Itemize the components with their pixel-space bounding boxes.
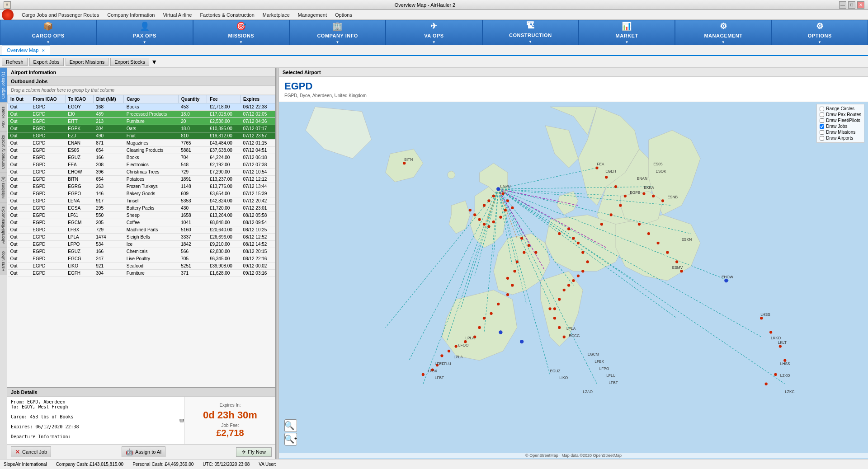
sidetab-parts-shop[interactable]: Parts Shop [0,247,7,275]
table-row[interactable]: OutEGPDFEA208Electronics548£2,192.0007/1… [8,161,275,169]
svg-point-92 [656,242,659,244]
menu-company-info[interactable]: Company Information [104,11,158,19]
nav-pax-ops[interactable]: 👤 PAX OPS ▼ [96,20,193,45]
col-to-icao[interactable]: To ICAO [65,95,93,103]
table-row[interactable]: OutEGPDLENA917Tinsel5353£42,824.0007/12 … [8,197,275,205]
menu-marketplace[interactable]: Marketplace [259,11,293,19]
cell-dist: 205 [93,219,124,226]
export-jobs-button[interactable]: Export Jobs [29,58,64,66]
draw-fleet-pilots-checkbox[interactable] [820,118,824,123]
job-details-textarea[interactable] [7,397,184,444]
assign-ai-button[interactable]: 🤖 Assign to AI [122,446,165,457]
nav-options[interactable]: ⚙ OPTIONS ▼ [772,20,868,45]
sidetab-aircraft-pilots[interactable]: Aircraft/Pilots/Stocks [0,202,7,248]
table-row[interactable]: OutEGPDBITN654Potatoes1891£13,237.0007/1… [8,176,275,183]
nav-company-info[interactable]: 🏢 COMPANY INFO ▼ [289,20,386,45]
table-row[interactable]: OutEGPDEZJ490Fruit810£19,812.0007/12 23:… [8,132,275,140]
nav-market[interactable]: 📊 MARKET ▼ [579,20,675,45]
table-row[interactable]: OutEGPDEITT213Furniture20£2,538.0007/12 … [8,118,275,125]
nav-management[interactable]: ⚙ MANAGEMENT ▼ [675,20,771,45]
map-svg: EGPD FEA EGEH EGPB ESNB ESKN ESMV EKKA E… [279,102,868,459]
col-inout[interactable]: In Out [8,95,30,103]
sidetab-missions[interactable]: Missions (4) [0,173,7,202]
nav-cargo-ops[interactable]: 📦 CARGO OPS ▼ [0,20,96,45]
menu-cargo-jobs[interactable]: Cargo Jobs and Passenger Routes [18,11,103,19]
col-fee[interactable]: Fee [207,95,241,103]
export-missions-button[interactable]: Export Missions [66,58,109,66]
cell-qty: 1658 [178,212,207,219]
table-row[interactable]: OutEGPDEGSA295Battery Packs430£1,720.000… [8,205,275,212]
draw-jobs-checkbox[interactable] [820,124,824,129]
table-row[interactable]: OutEGPDLPLA1474Sleigh Bells3337£26,696.0… [8,234,275,241]
col-cargo[interactable]: Cargo [124,95,178,103]
table-row[interactable]: OutEGPDLIKO921Seafood5251£39,908.0009/12… [8,263,275,270]
cell-fee: £9,210.00 [207,241,241,248]
menu-virtual-airline[interactable]: Virtual Airline [159,11,195,19]
system-menu[interactable]: ≡ [4,1,11,9]
draw-missions-option[interactable]: Draw Missions [820,130,861,135]
draw-pax-routes-option[interactable]: Draw Pax Routes [820,112,861,117]
tab-overview-map[interactable]: Overview Map ✕ [2,46,50,55]
export-stocks-button[interactable]: Export Stocks [110,58,149,66]
range-circles-checkbox[interactable] [820,107,824,111]
draw-airports-checkbox[interactable] [820,136,824,141]
cancel-job-button[interactable]: ✕ Cancel Job [11,446,51,457]
table-row[interactable]: OutEGPDEHOW396Christmas Trees729£7,290.0… [8,169,275,176]
draw-missions-checkbox[interactable] [820,130,824,135]
cell-from: EGPD [30,183,65,190]
nav-construction[interactable]: 🏗 CONSTRUCTION ▼ [482,20,579,45]
col-from-icao[interactable]: From ICAO [30,95,65,103]
nav-va-ops[interactable]: ✈ VA OPS ▼ [386,20,482,45]
table-row[interactable]: OutEGPDEGUZ166Chemicals566£2,830.0008/12… [8,248,275,255]
sidetab-cargo-jobs[interactable]: Cargo Jobs (1) [0,68,7,103]
table-row[interactable]: OutEGPDES05654Cleaning Products5881£37,6… [8,147,275,154]
toolbar-more-icon[interactable]: ▼ [151,58,157,66]
fly-now-button[interactable]: ✈ Fly Now [236,447,272,457]
sidetab-pax-routes[interactable]: Pax Routes [0,103,7,131]
table-row[interactable]: OutEGPDEGUZ166Books704£4,224.0007/12 06:… [8,154,275,161]
table-row[interactable]: OutEGPDEGCM205Coffee1041£8,848.0008/12 0… [8,219,275,226]
svg-point-54 [513,270,516,272]
table-row[interactable]: OutEGPDEGRG263Frozen Turkeys1148£13,776.… [8,183,275,190]
menu-management[interactable]: Management [294,11,330,19]
table-row[interactable]: OutEGPDLFPO534Ice1842£9,210.0008/12 14:5… [8,241,275,248]
col-expires[interactable]: Expires [241,95,275,103]
nav-missions[interactable]: 🎯 MISSIONS ▼ [193,20,289,45]
col-qty[interactable]: Quantity [178,95,207,103]
table-row[interactable]: OutEGPDEGOY168Books453£2,718.0006/12 22:… [8,103,275,111]
ai-icon: 🤖 [126,448,133,455]
draw-jobs-option[interactable]: Draw Jobs [820,124,861,129]
minimize-button[interactable]: — [839,1,846,9]
svg-point-94 [675,260,678,263]
svg-point-89 [600,223,603,225]
zoom-in-button[interactable]: 🔍+ [284,433,297,446]
maximize-button[interactable]: □ [848,1,855,9]
draw-airports-option[interactable]: Draw Airports [820,136,861,141]
table-row[interactable]: OutEGPDEGPK304Oats18.0£10,895.0007/12 07… [8,125,275,132]
range-circles-option[interactable]: Range Circles [820,106,861,111]
cell-inout: Out [8,169,30,176]
table-row[interactable]: OutEGPDEGPO146Bakery Goods609£3,654.0007… [8,190,275,197]
draw-fleet-pilots-option[interactable]: Draw Fleet/Pilots [820,118,861,123]
map-area[interactable]: EGPD FEA EGEH EGPB ESNB ESKN ESMV EKKA E… [279,102,868,459]
cell-qty: 1148 [178,183,207,190]
jobs-table-container[interactable]: In Out From ICAO To ICAO Dist (NM) Cargo… [7,95,275,387]
table-row[interactable]: OutEGPDLF61550Sheep1658£13,264.0008/12 0… [8,212,275,219]
zoom-out-button[interactable]: 🔍− [284,419,297,432]
table-row[interactable]: OutEGPDENAN871Magazines7765£43,484.0007/… [8,140,275,147]
sidetab-commodity-stocks[interactable]: Commodity Stocks [0,131,7,173]
cell-from: EGPD [30,205,65,212]
draw-pax-routes-checkbox[interactable] [820,113,824,117]
col-dist[interactable]: Dist (NM) [93,95,124,103]
table-row[interactable]: OutEGPDLFBX729Machined Parts5160£20,640.… [8,226,275,234]
menu-factories[interactable]: Factories & Construction [196,11,258,19]
menu-options[interactable]: Options [331,11,356,19]
close-button[interactable]: ✕ [857,1,864,9]
table-row[interactable]: OutEGPDEGFH304Furniture371£1,628.0009/12… [8,270,275,277]
resize-handle[interactable]: ⋮⋮ [180,419,184,422]
table-row[interactable]: OutEGPDEI0489Processed Products18.0£17,0… [8,111,275,118]
table-row[interactable]: OutEGPDEGCG247Live Poultry705£6,345.0008… [8,255,275,263]
map-zoom: 🔍− 🔍+ [284,419,297,446]
refresh-button[interactable]: Refresh [2,58,28,66]
tab-close-icon[interactable]: ✕ [42,48,45,53]
